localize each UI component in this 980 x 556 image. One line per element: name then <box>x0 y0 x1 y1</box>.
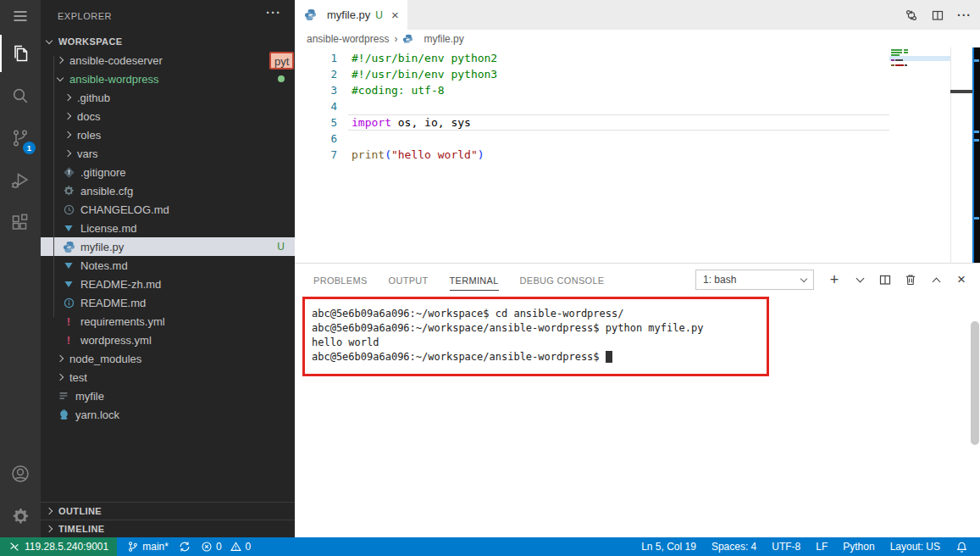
code-line-3[interactable]: 3#coding: utf-8 <box>295 82 980 98</box>
chevron-down-icon[interactable] <box>853 273 866 286</box>
scm-badge: 1 <box>23 142 36 154</box>
tree-item-label: vars <box>77 147 98 160</box>
code-line-1[interactable]: 1#!/usr/bin/env python2 <box>295 50 980 66</box>
tree-item-test[interactable]: test <box>41 368 295 386</box>
timeline-section[interactable]: TIMELINE <box>41 520 295 537</box>
status-item-utf-8[interactable]: UTF-8 <box>772 541 800 553</box>
tree-item-ansible-codeserver[interactable]: ansible-codeserver <box>41 51 295 70</box>
remote-indicator[interactable]: 119.28.5.240:9001 <box>0 537 117 556</box>
status-item-ln-5-col-19[interactable]: Ln 5, Col 19 <box>641 541 696 553</box>
status-item-python[interactable]: Python <box>843 541 874 553</box>
tree-item--gitignore[interactable]: .gitignore <box>41 163 295 181</box>
code-line-7[interactable]: 7print("hello world") <box>295 147 980 163</box>
source-control-icon[interactable]: 1 <box>0 117 41 159</box>
account-icon[interactable] <box>0 453 41 495</box>
bang-icon: ! <box>62 333 75 347</box>
line-number: 1 <box>295 50 337 66</box>
python-icon <box>402 34 413 45</box>
maximize-panel-icon[interactable] <box>929 273 943 286</box>
sync-button[interactable] <box>179 541 191 553</box>
panel-tab-problems[interactable]: PROBLEMS <box>313 264 368 295</box>
tree-item-ansible-cfg[interactable]: ansible.cfg <box>41 181 295 200</box>
code-text: #!/usr/bin/env python2 <box>352 50 497 66</box>
terminal-scrollbar[interactable] <box>971 321 979 445</box>
tree-item-notes-md[interactable]: Notes.md <box>41 256 295 275</box>
sidebar-more-icon[interactable]: ··· <box>266 5 281 19</box>
split-terminal-icon[interactable] <box>878 273 892 286</box>
line-number: 7 <box>295 147 337 163</box>
menu-icon[interactable] <box>0 0 41 32</box>
outline-section[interactable]: OUTLINE <box>41 502 295 520</box>
status-item-layout-us[interactable]: Layout: US <box>890 541 940 553</box>
chevron-right-icon <box>64 113 71 120</box>
tree-item-label: License.md <box>80 222 136 235</box>
tree-item-readme-md[interactable]: README.md <box>41 293 295 312</box>
overview-ruler-mark <box>950 90 972 93</box>
panel-tab-output[interactable]: OUTPUT <box>389 264 429 295</box>
minimap[interactable] <box>889 47 950 263</box>
close-panel-icon[interactable]: × <box>955 273 968 286</box>
status-item-spaces-4[interactable]: Spaces: 4 <box>711 541 756 553</box>
tree-item-myfile-py[interactable]: myfile.pyU <box>41 237 295 256</box>
panel-tab-debug-console[interactable]: DEBUG CONSOLE <box>520 264 605 295</box>
tree-item-requirements-yml[interactable]: !requirements.yml <box>41 312 295 331</box>
tree-item-readme-zh-md[interactable]: README-zh.md <box>41 275 295 293</box>
code-line-4[interactable]: 4 <box>295 98 980 114</box>
tree-item-changelog-md[interactable]: CHANGELOG.md <box>41 200 295 219</box>
tree-item-roles[interactable]: roles <box>41 125 295 144</box>
new-terminal-icon[interactable]: + <box>828 273 841 286</box>
breadcrumb-file[interactable]: myfile.py <box>424 33 463 45</box>
md-icon <box>62 259 75 272</box>
tree-item-wordpress-yml[interactable]: !wordpress.yml <box>41 331 295 349</box>
git-status-badge: U <box>277 241 285 253</box>
terminal-output[interactable]: abc@5e6b09a6a096:~/workspace$ cd ansible… <box>312 307 955 364</box>
timeline-label: TIMELINE <box>58 524 105 534</box>
open-changes-icon[interactable] <box>905 8 918 22</box>
breadcrumb-folder[interactable]: ansible-wordpress <box>307 33 389 45</box>
status-bar: 119.28.5.240:9001 main* 0 0 Ln 5, Col 19… <box>0 537 980 556</box>
code-line-6[interactable]: 6 <box>295 131 980 147</box>
tree-item-docs[interactable]: docs <box>41 107 295 125</box>
tree-item-node-modules[interactable]: node_modules <box>41 349 295 368</box>
tree-item-label: docs <box>77 110 100 123</box>
tree-item-license-md[interactable]: License.md <box>41 219 295 237</box>
more-actions-icon[interactable]: ··· <box>957 8 972 22</box>
tree-item-label: myfile <box>75 390 104 403</box>
panel-tab-terminal[interactable]: TERMINAL <box>450 264 499 295</box>
terminal-line: hello world <box>312 336 955 350</box>
notifications-bell-icon[interactable] <box>955 541 968 553</box>
terminal-panel: PROBLEMSOUTPUTTERMINALDEBUG CONSOLE 1: b… <box>295 263 980 537</box>
kill-terminal-icon[interactable] <box>904 273 917 286</box>
tree-item-yarn-lock[interactable]: yarn.lock <box>41 405 295 424</box>
status-item-lf[interactable]: LF <box>816 541 828 553</box>
close-icon[interactable]: × <box>391 8 399 22</box>
extensions-icon[interactable] <box>0 202 41 244</box>
tree-item-label: wordpress.yml <box>80 334 152 347</box>
indent-guide <box>53 56 54 317</box>
chevron-down-icon <box>57 74 64 81</box>
chevron-right-icon <box>64 94 71 101</box>
code-area[interactable]: 1#!/usr/bin/env python22#!/usr/bin/env p… <box>295 50 980 163</box>
search-icon[interactable] <box>0 75 41 117</box>
split-editor-icon[interactable] <box>931 8 944 22</box>
code-line-2[interactable]: 2#!/usr/bin/env python3 <box>295 66 980 82</box>
tree-item-vars[interactable]: vars <box>41 144 295 163</box>
tree-item-workspace[interactable]: WORKSPACE <box>41 32 295 51</box>
panel-header: PROBLEMSOUTPUTTERMINALDEBUG CONSOLE 1: b… <box>295 264 980 296</box>
tree-item-myfile[interactable]: myfile <box>41 386 295 405</box>
run-debug-icon[interactable] <box>0 159 41 202</box>
tab-myfile-py[interactable]: myfile.py U × <box>295 0 407 30</box>
tree-item-ansible-wordpress[interactable]: ansible-wordpress <box>41 70 295 88</box>
settings-gear-icon[interactable] <box>0 495 41 537</box>
tree-item-label: ansible.cfg <box>80 185 133 197</box>
tree-item-label: .github <box>77 92 110 104</box>
sidebar-title: EXPLORER <box>58 11 112 21</box>
editor-scrollbar[interactable] <box>972 47 980 263</box>
md-icon <box>62 277 75 291</box>
branch-indicator[interactable]: main* <box>127 541 169 553</box>
tree-item--github[interactable]: .github <box>41 88 295 107</box>
terminal-select[interactable]: 1: bash <box>695 270 814 290</box>
problems-indicator[interactable]: 0 0 <box>201 541 251 553</box>
explorer-icon[interactable] <box>0 32 41 75</box>
code-line-5[interactable]: 5import os, io, sys <box>295 114 980 131</box>
